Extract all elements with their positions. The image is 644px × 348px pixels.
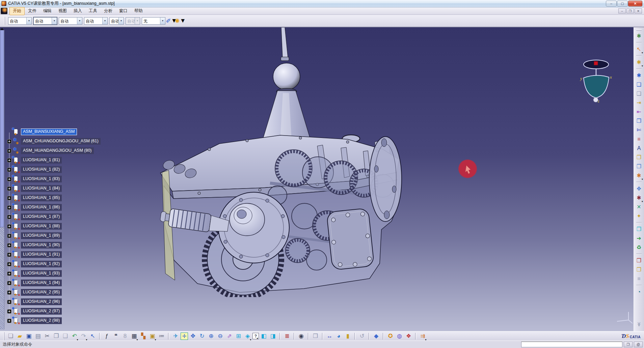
link-icon[interactable]: 8 ▼ <box>121 332 129 340</box>
catalog-browser-icon[interactable]: ✪ ▼ <box>386 332 395 340</box>
toolbar-drag-handle[interactable] <box>4 17 5 25</box>
tree-item[interactable]: + ✱ ✱ ✕ LUOSHUAN_2 (98) <box>5 316 116 325</box>
menu-item[interactable]: 帮助 <box>131 7 146 15</box>
scene-3d-box-icon[interactable]: ❒ ▼ <box>311 332 320 340</box>
pan-icon[interactable]: ✥ ▼ <box>189 332 197 340</box>
apply-material-icon[interactable]: ◍ ▼ <box>395 332 404 340</box>
tree-item-label[interactable]: LUOSHUAN_1 (83) <box>21 176 62 182</box>
comment-icon[interactable]: ❝ ▼ <box>112 332 120 340</box>
measure-update-icon[interactable]: ◔ ▼ <box>635 288 643 296</box>
tree-item[interactable]: + ✱ ✱ ✕ ASM_HUANDANGJIGOU_ASM (80) <box>5 146 116 155</box>
relations-icon[interactable]: ≔ ▼ <box>157 332 166 340</box>
tree-item[interactable]: + ✱ ✱ ✕ LUOSHUAN_1 (85) <box>5 193 116 203</box>
tree-item-label[interactable]: LUOSHUAN_2 (98) <box>21 317 62 324</box>
gearbox-3d-model[interactable] <box>159 27 405 297</box>
save-icon[interactable]: ▣ ▼ <box>25 332 33 340</box>
expand-plus-icon[interactable]: + <box>7 290 11 295</box>
graph-tree-icon[interactable]: ▚ ▼ <box>139 332 147 340</box>
shading-edges-icon[interactable]: ◨ ▼ <box>269 332 277 340</box>
annotations-icon[interactable]: ❒ ▼ <box>635 265 643 274</box>
point-symbol-dropdown[interactable]: 自动 ▾ <box>109 17 124 25</box>
render-style-dropdown[interactable]: 自动 ▾ <box>126 17 140 25</box>
select-arrow-icon[interactable]: ↖ ▼ <box>635 45 643 53</box>
wizard-icon[interactable]: ✺ ▼ <box>176 17 185 25</box>
rotate-icon[interactable]: ↻ ▼ <box>198 332 206 340</box>
zoom-in-icon[interactable]: ⊕ ▼ <box>207 332 215 340</box>
dimension-ruler-icon[interactable]: ≣ ▼ <box>283 332 291 340</box>
expand-plus-icon[interactable]: + <box>7 168 11 172</box>
tree-item-label[interactable]: LUOSHUAN_1 (84) <box>21 185 62 192</box>
tree-item[interactable]: + ✱ ✱ ✕ LUOSHUAN_1 (81) <box>5 155 116 165</box>
expand-plus-icon[interactable]: + <box>7 309 11 314</box>
expand-plus-icon[interactable]: + <box>7 158 11 163</box>
cut-assembly-icon[interactable]: ✄ ▼ <box>635 126 643 134</box>
whats-this-icon[interactable]: ↖ ▼ <box>88 332 97 340</box>
mdi-restore-button[interactable]: ❐ <box>626 8 634 13</box>
close-button[interactable]: ✕ <box>628 1 642 6</box>
reorder-tree-icon[interactable]: ≡ ▼ <box>635 135 643 143</box>
expand-plus-icon[interactable]: + <box>7 319 11 323</box>
snap-icon[interactable]: ✱ ▼ <box>635 194 643 202</box>
tree-item[interactable]: + ✱ ✱ ✕ LUOSHUAN_1 (82) <box>5 165 116 174</box>
tree-item[interactable]: + ✱ ✱ ✕ LUOSHUAN_2 (96) <box>5 297 116 307</box>
tree-item-label[interactable]: LUOSHUAN_2 (95) <box>21 289 62 296</box>
explode-icon[interactable]: ✦ ▼ <box>635 212 643 220</box>
expand-plus-icon[interactable]: + <box>7 281 11 285</box>
smart-move-icon[interactable]: ✕ ▼ <box>635 203 643 211</box>
tree-item[interactable]: + ✱ ✱ ✕ ASM_BIANSUXIANG_ASM <box>5 127 116 137</box>
tree-item[interactable]: + ✱ ✱ ✕ LUOSHUAN_1 (83) <box>5 174 116 184</box>
tree-item-label[interactable]: ASM_CHUANGDONGJIGOU_ASM (61) <box>21 138 101 145</box>
expand-plus-icon[interactable]: + <box>7 262 11 266</box>
tree-item-label[interactable]: ASM_HUANDANGJIGOU_ASM (80) <box>21 147 94 154</box>
design-table-icon[interactable]: ▦ ▼ <box>130 332 138 340</box>
tree-item-label[interactable]: LUOSHUAN_2 (97) <box>21 308 62 315</box>
measure-item-icon[interactable]: ◕ ▼ <box>334 332 343 340</box>
multi-view-icon[interactable]: ⊞ ▼ <box>234 332 243 340</box>
tree-item[interactable]: + ✱ ✱ ✕ LUOSHUAN_1 (86) <box>5 203 116 212</box>
expand-plus-icon[interactable]: + <box>7 215 11 219</box>
tree-item-label[interactable]: LUOSHUAN_1 (88) <box>21 223 62 230</box>
expand-plus-icon[interactable]: + <box>7 234 11 238</box>
expand-plus-icon[interactable]: + <box>7 196 11 200</box>
tree-item-label[interactable]: LUOSHUAN_1 (91) <box>21 251 62 258</box>
selective-load-icon[interactable]: ❐ ▼ <box>635 162 643 171</box>
tree-item-label[interactable]: LUOSHUAN_1 (93) <box>21 270 62 277</box>
multi-instantiation-icon[interactable]: ✱ ▼ <box>635 171 643 180</box>
tree-item[interactable]: + ✱ ✱ ✕ LUOSHUAN_1 (87) <box>5 212 116 222</box>
expand-plus-icon[interactable]: + <box>7 300 11 304</box>
view-compass[interactable]: y x z <box>579 58 614 106</box>
tree-item[interactable]: + ✱ ✱ ✕ LUOSHUAN_1 (89) <box>5 231 116 240</box>
menu-item[interactable]: 分析 <box>101 7 116 15</box>
measure-inertia-icon[interactable]: ▮ ▼ <box>344 332 352 340</box>
update-all-icon[interactable]: ✱ ▼ <box>635 32 643 40</box>
manipulation-icon[interactable]: ✥ ▼ <box>635 184 643 193</box>
tree-item[interactable]: + ✱ ✱ ✕ ASM_CHUANGDONGJIGOU_ASM (61) <box>5 137 116 146</box>
tree-item-label[interactable]: LUOSHUAN_1 (87) <box>21 213 62 220</box>
paste-icon[interactable]: ❑ ▼ <box>61 332 70 340</box>
fly-mode-icon[interactable]: ✈ ▼ <box>171 332 180 340</box>
generate-numbering-icon[interactable]: A ▼ <box>635 144 643 152</box>
menu-item[interactable]: 窗口 <box>116 7 131 15</box>
tree-item[interactable]: + ✱ ✱ ✕ LUOSHUAN_1 (84) <box>5 184 116 193</box>
capture-icon[interactable]: ◉ ▼ <box>297 332 305 340</box>
mdi-close-button[interactable]: ✕ <box>635 8 642 13</box>
refresh-icon[interactable]: ↺ ▼ <box>358 332 366 340</box>
command-window-button[interactable]: ❐ <box>624 342 633 347</box>
constraints-creation-icon[interactable]: ⇉ ▼ <box>419 332 427 340</box>
replace-component-icon[interactable]: ❒ ▼ <box>635 117 643 125</box>
listing-report-icon[interactable]: ≡ ▼ <box>635 274 643 283</box>
menu-item[interactable]: 插入 <box>70 7 85 15</box>
maximize-button[interactable]: ▢ <box>617 1 628 6</box>
fill-color-dropdown[interactable]: 自动 ▾ <box>8 17 32 25</box>
new-component-icon[interactable]: ❑ ▼ <box>635 89 643 98</box>
new-part-icon[interactable]: ❑ ▼ <box>635 80 643 89</box>
power-input-info-button[interactable]: @ <box>634 342 643 347</box>
tree-item-label[interactable]: LUOSHUAN_1 (85) <box>21 195 62 201</box>
toolbar-drag-handle[interactable] <box>636 30 642 31</box>
constraints-axis-icon[interactable]: ❒ ▼ <box>635 256 643 265</box>
expand-plus-icon[interactable]: + <box>7 253 11 257</box>
existing-component-icon[interactable]: ⇥ ▼ <box>635 98 643 107</box>
tree-item-label[interactable]: ASM_BIANSUXIANG_ASM <box>21 128 77 135</box>
layer-dropdown[interactable]: 无 ▾ <box>142 17 165 25</box>
normal-view-icon[interactable]: ⇗ ▼ <box>225 332 234 340</box>
